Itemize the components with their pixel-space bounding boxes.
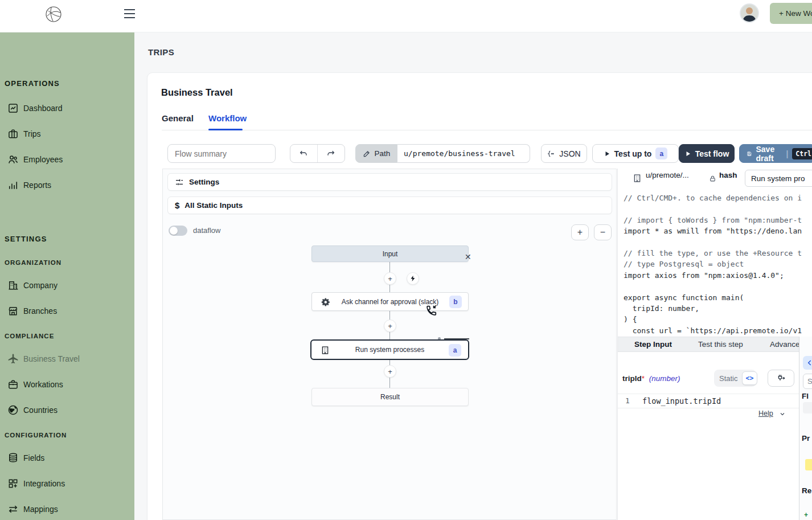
top-header: + New Wor <box>0 0 812 32</box>
code-line: // type Postgresql = object <box>624 259 812 269</box>
mappings-icon <box>7 503 19 515</box>
hamburger-menu-icon[interactable] <box>124 9 135 18</box>
sidebar-item-integrations[interactable]: Integrations <box>0 476 134 493</box>
path-toggle-button[interactable]: Path <box>355 144 397 163</box>
sidebar-item-business-travel[interactable]: Business Travel <box>0 351 134 368</box>
test-flow-button[interactable]: Test flow <box>679 144 735 163</box>
database-icon <box>7 452 19 464</box>
plug-arrow-icon <box>777 374 786 383</box>
help-link[interactable]: Help <box>758 410 773 417</box>
shortcut-badge: Ctrl <box>792 148 812 159</box>
employees-icon <box>7 154 19 165</box>
sidebar-heading-settings: SETTINGS <box>5 235 47 243</box>
undo-button[interactable] <box>290 145 318 162</box>
briefcase-icon <box>7 128 19 140</box>
close-icon[interactable]: ✕ <box>465 252 471 261</box>
dashboard-icon <box>7 103 19 114</box>
zoom-out-button[interactable]: − <box>594 224 612 240</box>
picker-section-result[interactable]: Re <box>802 486 811 495</box>
flow-canvas[interactable]: Settings $ All Static Inputs dataflow + … <box>162 169 617 520</box>
sidebar-item-fields[interactable]: Fields <box>0 450 134 467</box>
workations-icon <box>7 379 19 390</box>
code-line <box>624 203 812 214</box>
step-name-input[interactable] <box>745 170 812 187</box>
undo-icon <box>299 149 308 158</box>
redo-button[interactable] <box>318 145 345 162</box>
flow-node-input[interactable]: Input <box>311 245 469 262</box>
flow-node-run-system[interactable]: Run system processes a <box>310 339 469 360</box>
logo-icon <box>44 5 63 24</box>
sidebar-item-trips[interactable]: Trips <box>0 126 134 143</box>
bolt-icon <box>409 275 416 282</box>
picker-highlight-chip[interactable] <box>805 459 812 470</box>
sidebar-subheading-compliance: COMPLIANCE <box>5 333 54 339</box>
code-line: tripId: number, <box>624 303 812 314</box>
expr-mode-selected: <> <box>742 371 758 385</box>
pencil-icon <box>363 150 371 158</box>
picker-section-previous[interactable]: Pr <box>802 434 810 443</box>
sidebar-item-countries[interactable]: Countries <box>0 402 134 419</box>
sidebar-item-employees[interactable]: Employees <box>0 152 134 169</box>
sidebar-item-reports[interactable]: Reports <box>0 177 134 194</box>
code-line: export async function main( <box>624 292 812 303</box>
add-step-button[interactable]: + <box>384 320 396 332</box>
code-line: const url = `https://api.premote.io/v1 <box>624 325 812 336</box>
code-editor[interactable]: // Ctrl/CMD+. to cache dependencies on i… <box>624 193 812 336</box>
plane-icon <box>7 353 19 365</box>
code-line: // fill the type, or use the +Resource t <box>624 248 812 259</box>
sidebar-item-branches[interactable]: Branches <box>0 303 134 320</box>
new-workflow-button[interactable]: + New Wor <box>770 3 812 24</box>
user-avatar[interactable] <box>740 3 759 23</box>
step-badge: a <box>655 148 667 159</box>
flow-settings-row[interactable]: Settings <box>167 173 612 191</box>
tab-test-this-step[interactable]: Test this step <box>698 340 743 349</box>
sidebar-item-mappings[interactable]: Mappings <box>0 501 134 518</box>
app-screen: + New Wor OPERATIONS Dashboard Trips Emp… <box>0 0 812 520</box>
path-input[interactable] <box>397 144 530 163</box>
breadcrumb: TRIPS <box>148 47 174 57</box>
expression-value: flow_input.tripId <box>642 396 721 406</box>
sidebar-item-company[interactable]: Company <box>0 277 134 294</box>
script-path-tab[interactable]: u/premote/... <box>646 171 689 179</box>
input-mode-toggle[interactable]: Static <> <box>714 370 756 387</box>
picker-add-icon[interactable]: + <box>804 511 808 519</box>
tabs-divider <box>162 130 812 130</box>
tab-step-input[interactable]: Step Input <box>634 340 672 349</box>
sliders-icon <box>175 178 184 187</box>
collapse-picker-button[interactable] <box>803 356 812 370</box>
trigger-bolt-button[interactable] <box>407 272 419 285</box>
dataflow-toggle[interactable] <box>169 226 187 236</box>
sidebar-item-workations[interactable]: Workations <box>0 376 134 394</box>
store-icon <box>7 305 19 317</box>
expression-editor[interactable]: 1 flow_input.tripId <box>618 394 799 408</box>
json-button[interactable]: JSON <box>541 144 587 163</box>
tab-workflow[interactable]: Workflow <box>208 113 247 123</box>
sidebar-subheading-configuration: CONFIGURATION <box>5 432 67 439</box>
lock-icon <box>709 175 716 182</box>
zoom-in-button[interactable]: + <box>571 224 589 240</box>
hash-tab[interactable]: hash <box>719 171 737 179</box>
field-type: (number) <box>649 374 680 383</box>
picker-search-input[interactable] <box>803 374 812 389</box>
code-line: ) { <box>624 314 812 325</box>
code-line: import axios from "npm:axios@1.4.0"; <box>624 270 812 281</box>
tab-general[interactable]: General <box>162 113 194 123</box>
flow-summary-input[interactable] <box>167 144 276 163</box>
save-draft-button[interactable]: Save draft | Ctrl <box>739 144 812 163</box>
flow-node-approval[interactable]: Ask channel for approval (slack) b <box>311 292 469 311</box>
play-icon <box>684 150 691 157</box>
flow-node-result[interactable]: Result <box>311 388 469 406</box>
picker-section-flow-input[interactable]: Fl <box>802 392 809 400</box>
field-label: tripId* (number) <box>622 374 680 383</box>
connect-input-button[interactable] <box>768 370 794 387</box>
picker-value-chip[interactable] <box>803 402 812 413</box>
add-step-button[interactable]: + <box>384 272 396 285</box>
chevron-down-icon[interactable] <box>779 411 786 417</box>
dataflow-label: dataflow <box>193 226 220 235</box>
sidebar-heading-operations: OPERATIONS <box>5 79 60 88</box>
add-step-button[interactable]: + <box>384 365 396 378</box>
test-up-to-button[interactable]: Test up to a <box>592 144 679 163</box>
sidebar-item-dashboard[interactable]: Dashboard <box>0 100 134 117</box>
sidebar: OPERATIONS Dashboard Trips Employees Rep… <box>0 32 134 520</box>
all-static-inputs-row[interactable]: $ All Static Inputs <box>167 196 612 214</box>
